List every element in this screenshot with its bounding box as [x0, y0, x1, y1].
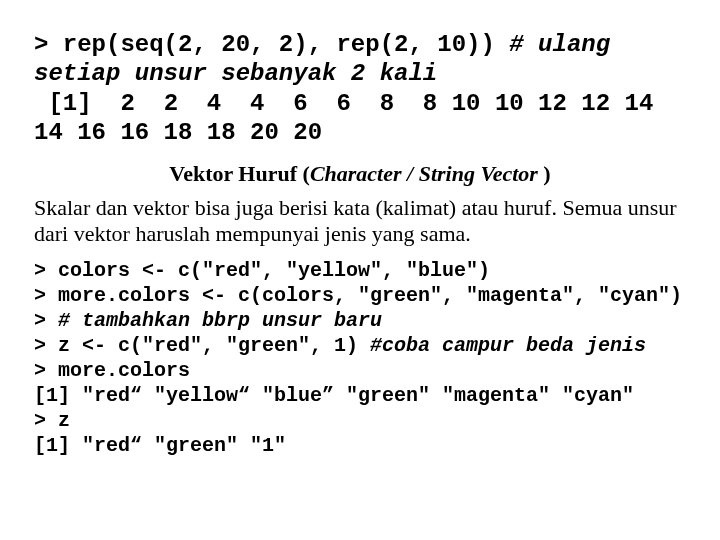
- code-output: [1] "red“ "green" "1": [34, 434, 286, 457]
- heading-part-a: Vektor Huruf (: [169, 161, 310, 186]
- code-output: [1] "red“ "yellow“ "blue” "green" "magen…: [34, 384, 634, 407]
- code-command: > rep(seq(2, 20, 2), rep(2, 10)): [34, 31, 509, 58]
- code-comment: #coba campur beda jenis: [370, 334, 646, 357]
- code-line: > z: [34, 409, 70, 432]
- heading-italic: Character / String Vector: [310, 161, 543, 186]
- code-block-rep: > rep(seq(2, 20, 2), rep(2, 10)) # ulang…: [34, 30, 686, 147]
- code-line: > more.colors <- c(colors, "green", "mag…: [34, 284, 682, 307]
- code-line: >: [34, 309, 58, 332]
- code-line: > colors <- c("red", "yellow", "blue"): [34, 259, 490, 282]
- heading-part-c: ): [543, 161, 550, 186]
- code-output: [1] 2 2 4 4 6 6 8 8 10 10 12 12 14 14 16…: [34, 90, 668, 146]
- code-line: > z <- c("red", "green", 1): [34, 334, 370, 357]
- code-block-colors: > colors <- c("red", "yellow", "blue") >…: [34, 258, 686, 458]
- paragraph: Skalar dan vektor bisa juga berisi kata …: [34, 195, 686, 248]
- code-comment: # tambahkan bbrp unsur baru: [58, 309, 382, 332]
- code-line: > more.colors: [34, 359, 190, 382]
- section-heading: Vektor Huruf (Character / String Vector …: [34, 161, 686, 187]
